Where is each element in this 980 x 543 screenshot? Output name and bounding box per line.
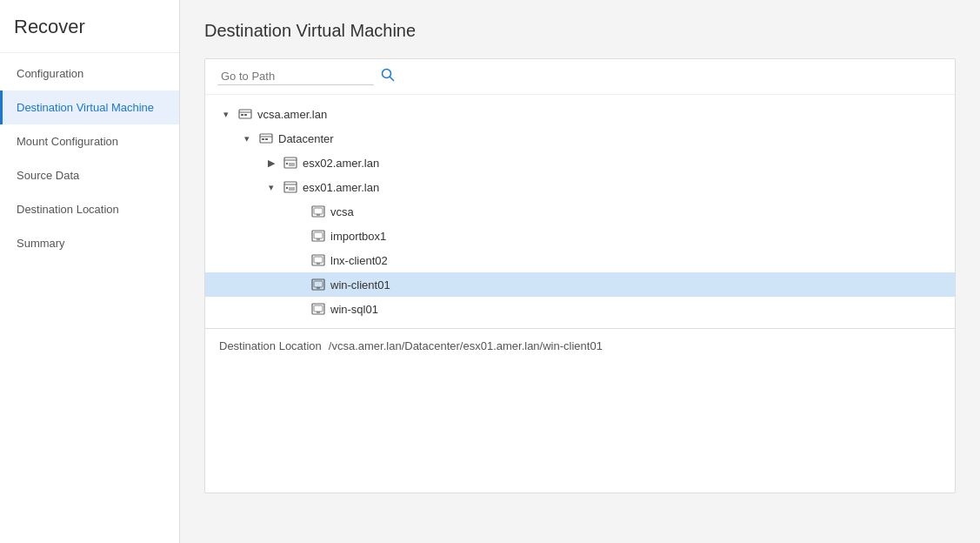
tree-node-datacenter[interactable]: ▾ Datacenter <box>205 126 955 151</box>
node-label: Datacenter <box>278 132 334 145</box>
svg-rect-24 <box>314 232 323 238</box>
tree-node-esx01-amer-lan[interactable]: ▾ esx01.amer.lan <box>205 175 955 199</box>
svg-rect-10 <box>284 158 297 168</box>
dest-location-value: /vcsa.amer.lan/Datacenter/esx01.amer.lan… <box>329 339 603 352</box>
svg-rect-15 <box>284 182 297 192</box>
vm-icon <box>310 277 326 292</box>
node-label: win-sql01 <box>330 303 378 316</box>
destination-location-bar: Destination Location /vcsa.amer.lan/Data… <box>205 328 955 363</box>
node-label: vcsa <box>330 205 354 218</box>
sidebar-item-summary[interactable]: Summary <box>0 226 179 260</box>
sidebar-item-source-data[interactable]: Source Data <box>0 158 179 192</box>
datacenter-icon <box>237 106 253 122</box>
svg-line-1 <box>390 77 394 81</box>
dest-location-label: Destination Location <box>219 339 322 352</box>
svg-rect-9 <box>265 138 268 140</box>
sidebar: Recover Configuration Destination Virtua… <box>0 0 180 543</box>
node-label: esx01.amer.lan <box>303 181 379 194</box>
host-icon <box>283 179 298 195</box>
sidebar-item-destination-virtual-machine[interactable]: Destination Virtual Machine <box>0 90 179 124</box>
search-icon[interactable] <box>381 68 395 85</box>
svg-point-12 <box>286 163 288 164</box>
host-icon <box>283 155 298 171</box>
tree-node-esx02-amer-lan[interactable]: ▶ esx02.amer.lan <box>205 151 955 175</box>
tree-container: ▾ vcsa.amer.lan ▾ Datacenter ▶ <box>204 58 956 493</box>
tree-scroll-area[interactable]: ▾ vcsa.amer.lan ▾ Datacenter ▶ <box>205 95 955 328</box>
tree-node-importbox1[interactable]: importbox1 <box>205 224 955 248</box>
toggle-icon[interactable]: ▾ <box>240 133 254 144</box>
sidebar-nav: Configuration Destination Virtual Machin… <box>0 53 179 260</box>
sidebar-item-label: Source Data <box>17 169 79 182</box>
svg-rect-33 <box>314 305 323 312</box>
node-label: lnx-client02 <box>330 254 388 267</box>
svg-rect-8 <box>262 138 264 140</box>
sidebar-item-configuration[interactable]: Configuration <box>0 57 179 90</box>
tree-node-lnx-client02[interactable]: lnx-client02 <box>205 248 955 272</box>
tree-node-vcsa-amer-lan[interactable]: ▾ vcsa.amer.lan <box>205 102 955 126</box>
node-label: importbox1 <box>330 230 386 243</box>
sidebar-item-label: Mount Configuration <box>17 135 118 148</box>
sidebar-item-label: Destination Location <box>17 203 119 216</box>
main-content: Destination Virtual Machine ▾ vcsa.amer. <box>180 0 980 543</box>
vm-icon <box>310 252 326 268</box>
vm-icon <box>310 204 326 219</box>
sidebar-item-label: Destination Virtual Machine <box>17 101 154 114</box>
tree-node-win-sql01[interactable]: win-sql01 <box>205 297 955 321</box>
sidebar-item-mount-configuration[interactable]: Mount Configuration <box>0 124 179 158</box>
tree-node-win-client01[interactable]: win-client01 <box>205 272 955 297</box>
sidebar-item-label: Summary <box>17 237 65 250</box>
sidebar-item-label: Configuration <box>17 67 83 80</box>
vm-icon <box>310 301 326 317</box>
vm-icon <box>310 228 326 244</box>
toggle-icon[interactable]: ▾ <box>264 182 278 193</box>
svg-rect-21 <box>314 208 323 214</box>
page-title: Destination Virtual Machine <box>204 21 956 41</box>
sidebar-item-destination-location[interactable]: Destination Location <box>0 192 179 226</box>
search-bar <box>205 59 955 95</box>
search-input[interactable] <box>217 68 374 85</box>
svg-rect-5 <box>244 114 247 116</box>
node-label: vcsa.amer.lan <box>257 108 327 121</box>
toggle-icon[interactable]: ▶ <box>264 158 278 169</box>
svg-point-17 <box>286 187 288 189</box>
svg-rect-4 <box>241 114 243 116</box>
svg-rect-30 <box>314 281 323 287</box>
datacenter-icon <box>258 131 274 146</box>
svg-rect-27 <box>314 257 323 263</box>
toggle-icon[interactable]: ▾ <box>219 109 233 120</box>
tree-node-vcsa[interactable]: vcsa <box>205 199 955 224</box>
app-title: Recover <box>0 0 179 53</box>
node-label: win-client01 <box>330 278 390 292</box>
node-label: esx02.amer.lan <box>303 157 379 170</box>
